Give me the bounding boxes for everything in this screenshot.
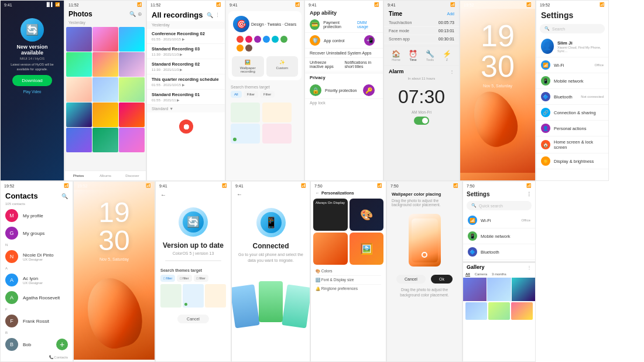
tab-z[interactable]: ⚡ Z [443,50,451,62]
tab-time[interactable]: ⏰ Time [409,50,417,62]
settings2-wifi[interactable]: 📶 Wi-Fi Office [463,213,535,228]
gallery-item[interactable] [66,77,92,102]
ability-unfreeze[interactable]: Unfreeze inactive apps Notifications in … [305,58,383,71]
gallery-item[interactable] [93,77,118,102]
gallery-tab-all[interactable]: All [465,272,470,276]
alarm-toggle[interactable] [414,117,429,125]
wallpaper-preview[interactable] [409,214,441,267]
pers-item-dark[interactable]: Always On Display [313,199,348,231]
tab-discover[interactable]: Discover [119,173,146,179]
settings-title: Settings [541,11,604,20]
settings-bottom-search[interactable]: 🔍 Quick search [467,201,532,210]
gallery-item[interactable] [66,27,92,52]
custom-card[interactable]: ✨ Custom [266,56,299,77]
settings-homescreen[interactable]: 🏠 Home screen & lock screen [536,136,608,153]
pers-colors[interactable]: 🎨 Colors [316,267,381,276]
filter-1[interactable]: Filter [244,91,258,98]
gallery-item[interactable] [119,27,145,52]
tab-albums[interactable]: Albums [92,173,119,179]
contact-ac[interactable]: A Ac lyon UX Designer [1,271,73,289]
add-contact-btn[interactable]: + [56,339,68,350]
ok-btn-wpc[interactable]: Ok [431,275,453,284]
contact-frank[interactable]: F Frank Rossit [1,312,73,330]
recording-item[interactable]: Standard Recording 01 01:55 · 2021/11 ▶ [147,90,225,105]
back-arrow-version[interactable]: ← [160,192,166,198]
recording-item[interactable]: Conference Recording 02 01:55 · 2021/10/… [147,29,225,44]
filter-2[interactable]: Filter [260,91,275,98]
settings-wifi[interactable]: 📶 Wi-Fi Office [536,57,608,73]
contact-myprofile[interactable]: M My profile [1,207,73,224]
gallery-tab-camera[interactable]: Camera [475,272,487,276]
wallpaper-recording-card[interactable]: 🖼️ Wallpaper recording [232,56,264,77]
gallery-item[interactable] [119,128,145,152]
gallery-section: Yesterday [65,19,146,26]
contact-nicole[interactable]: N Nicole Di Pinto UX Designer [1,248,73,265]
gallery-item[interactable] [66,128,92,152]
privacy-protection[interactable]: 🔒 Priority protection 🔑 [305,82,383,99]
gallery-bottom-item[interactable] [487,278,511,301]
recording-item[interactable]: This quarter recording schedule 01:55 · … [147,74,225,90]
contact-bob[interactable]: B Bob + [1,336,73,353]
download-button[interactable]: Download [12,75,52,86]
gallery-item[interactable] [119,77,145,102]
settings2-bluetooth[interactable]: 🔷 Bluetooth [463,244,535,260]
settings-display[interactable]: ☀️ Display & brightness [536,153,608,169]
user-name: Slim Ji [557,40,604,46]
wpc-title: Wallpaper color placing [387,190,462,199]
gallery-tab-months[interactable]: 3 months [492,272,506,276]
gallery-item[interactable] [93,128,118,152]
ability-appcontrol[interactable]: 🛡️ App control 📲 [305,33,383,49]
recording-item[interactable]: Standard Recording 03 11:30 · 2021/11/3 … [147,44,225,59]
cancel-button[interactable]: Cancel [177,315,209,323]
ability-recover[interactable]: Recover Uninstalled System Apps [305,49,383,58]
status-bar-version: 9:41 📶 [156,182,231,190]
back-arrow-pers[interactable]: ← [316,191,320,195]
settings-mobile[interactable]: 📱 Mobile network [536,73,608,89]
tab-tools[interactable]: 🔧 Tools [426,50,434,62]
color-palette [232,33,298,54]
back-arrow-connected[interactable]: ← [237,191,242,197]
gallery-item[interactable] [119,52,145,77]
tab-photos[interactable]: Photos [65,173,92,179]
theme-filter-2[interactable]: □ filter [177,275,191,282]
settings-bluetooth[interactable]: 🔷 Bluetooth Not connected [536,89,608,105]
theme-filter-3[interactable]: □ filter [194,275,208,282]
settings-connection[interactable]: 🔗 Connection & sharing [536,105,608,121]
gallery-item[interactable] [93,27,118,52]
ability-payment[interactable]: 💳 Payment protection DMM usage [305,17,383,33]
time-item-touch: Touch/action 00:05:73 [384,19,459,27]
gallery-bottom-item[interactable] [463,278,487,301]
gallery-bottom-item[interactable] [512,278,535,301]
pers-item-orange[interactable] [313,233,348,265]
app-ability-title: App ability [305,9,383,17]
contact-agatha[interactable]: A Agatha Roosevelt [1,289,73,306]
cancel-btn-wpc[interactable]: Cancel [396,275,426,284]
search-themes-label: Search themes target [160,268,226,272]
pers-item-wallpaper[interactable]: 🖼️ [350,233,384,265]
gallery-item[interactable] [93,103,118,127]
settings-search[interactable]: 🔍 Search [540,24,605,33]
panel-settings: 19:52 📶 Settings 🔍 Search 👤 Slim Ji Xiao… [536,0,609,181]
gallery-item[interactable] [66,103,92,127]
gallery-item[interactable] [66,52,92,77]
tab-home[interactable]: 🏠 Home [392,50,400,62]
theme-filter-1[interactable]: □ filter [160,275,175,282]
play-video-link[interactable]: Play Video [5,90,59,94]
pers-font[interactable]: 🔡 Font & Display size [316,276,381,285]
recording-item[interactable]: Standard Recording 02 11:30 · 2021/11/3 … [147,59,225,74]
gallery-item[interactable] [93,52,118,77]
pers-ringtone[interactable]: 🔔 Ringtone preferences [316,285,381,293]
add-btn[interactable]: Add [447,12,454,16]
contact-mygroups[interactable]: G My groups [1,224,73,242]
settings2-mobile[interactable]: 📱 Mobile network [463,228,535,244]
version-title: Version up to date [156,241,231,250]
filter-all[interactable]: All [231,91,242,98]
update-title: New version available [5,44,59,56]
gallery-item[interactable] [119,103,145,127]
record-button[interactable]: ⏺ [179,119,193,134]
settings-personal[interactable]: 👤 Personal actions [536,121,608,136]
panel-wallpaper-color: 7:50 📶 Wallpaper color placing Drag the … [386,181,463,362]
status-bar-wp: 19:52 📶 [460,1,535,9]
section-standard: Standard ▼ [147,105,225,112]
pers-item-themes[interactable]: 🎨 [350,199,384,231]
